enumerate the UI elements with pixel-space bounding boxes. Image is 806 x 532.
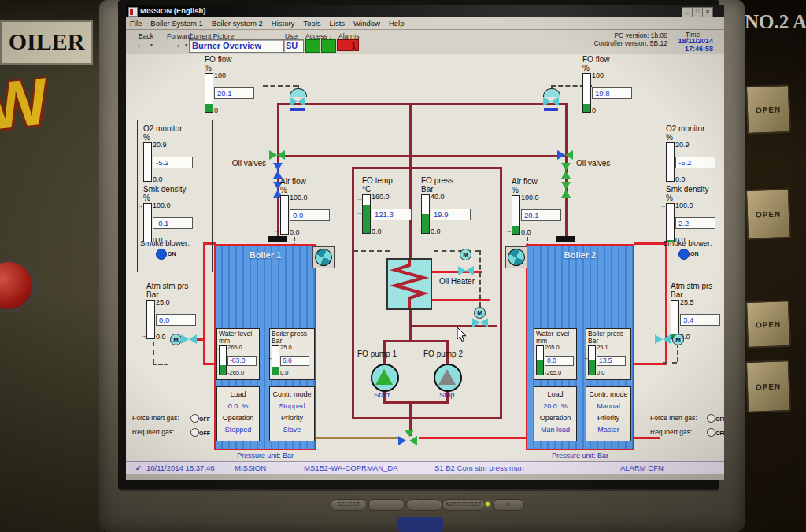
- menu-tools[interactable]: Tools: [303, 19, 320, 29]
- atm-dump-valve-left[interactable]: [181, 334, 197, 344]
- gauge-min: 0.0: [280, 369, 309, 377]
- force-inert-left-row: Force Inert gas:: [132, 414, 179, 422]
- gauge-value: 2.2: [675, 217, 715, 229]
- boiler1-mode-panel[interactable]: Contr. mode Stopped Priority Slave: [269, 386, 315, 441]
- boiler1-press-panel[interactable]: Boiler press Bar → 25.0 6.6 0.0: [269, 328, 315, 380]
- gauge-min: 0.0: [680, 333, 720, 341]
- menu-window[interactable]: Window: [353, 19, 380, 29]
- menu-boiler-system-2[interactable]: Boiler system 2: [212, 19, 263, 29]
- maximize-button[interactable]: □: [692, 7, 703, 17]
- status-check-icon: ✓: [135, 464, 142, 472]
- status-message: S1 B2 Com stm press man: [434, 464, 524, 472]
- recirc-valve-motor[interactable]: M: [474, 307, 486, 319]
- oil-valve-right-2[interactable]: [561, 182, 571, 198]
- recirc-motor-valve[interactable]: [472, 318, 488, 327]
- setpoint-arrow-icon: →: [660, 203, 666, 209]
- gauge-value: 6.6: [280, 356, 309, 366]
- valve-wing: [466, 266, 474, 275]
- load-unit: %: [242, 402, 248, 410]
- user-field[interactable]: SU: [283, 39, 304, 53]
- fo-pump1[interactable]: [371, 364, 399, 392]
- control-valve-left-actuator[interactable]: [290, 88, 307, 97]
- o2-monitor-left-gauge: O2 monitor % → 20.9 -5.2 0.0: [143, 124, 193, 183]
- boiler1-fan[interactable]: [312, 246, 335, 268]
- control-valve-right-actuator[interactable]: [543, 88, 560, 97]
- fo-pump1-state[interactable]: Start: [374, 390, 390, 399]
- force-inert-left-radio[interactable]: [190, 414, 199, 423]
- forward-button[interactable]: →: [170, 39, 182, 50]
- req-inert-right-radio[interactable]: [707, 428, 715, 437]
- monitor-power-button[interactable]: ⊙: [493, 499, 524, 511]
- menu-history[interactable]: History: [272, 19, 295, 29]
- gauge-min: 0.0: [675, 175, 715, 183]
- gauge-bar: [421, 194, 430, 234]
- boiler2-press-panel[interactable]: Boiler press Bar → 25.1 13.5 0.0: [586, 328, 631, 380]
- load-label: Load: [536, 389, 575, 401]
- req-inert-right-state: OFF: [715, 430, 724, 436]
- boiler2-water-level-panel[interactable]: Water level mm → → 265.0 0.0 -265.0: [534, 328, 577, 380]
- status-bar[interactable]: ✓ 10/11/2014 16:37:46 MISSION MS1B2-WA-C…: [126, 461, 724, 475]
- oil-valve-right-junction[interactable]: [557, 150, 573, 160]
- close-button[interactable]: ×: [702, 7, 713, 17]
- oil-valve-left-1[interactable]: [273, 163, 283, 179]
- gauge-value: 13.5: [597, 356, 626, 366]
- atm-dump-valve-left-motor[interactable]: M: [170, 334, 182, 345]
- gauge-max: 160.0: [372, 193, 412, 201]
- status-alarm[interactable]: ALARM CFN: [620, 464, 664, 472]
- req-inert-left-state: OFF: [199, 430, 210, 436]
- monitor-minus-button[interactable]: -: [368, 499, 405, 511]
- oil-heater[interactable]: [386, 258, 432, 310]
- gauge-value: 20.1: [521, 209, 561, 221]
- smoke-blower-right-indicator[interactable]: [678, 249, 690, 260]
- boiler2-mode-panel[interactable]: Contr. mode Manual Priority Master: [586, 386, 631, 441]
- operation-label: Operation: [536, 412, 575, 424]
- boiler1-water-level-panel[interactable]: Water level mm → → 265.0 -83.0 -265.0: [216, 328, 260, 380]
- oil-valve-right-1[interactable]: [561, 163, 571, 179]
- control-valve-left[interactable]: [290, 97, 305, 106]
- mouse-cursor: [457, 327, 467, 342]
- smoke-blower-right-state: ON: [690, 251, 699, 257]
- oil-valve-left-junction[interactable]: [269, 150, 285, 160]
- boiler2-fan[interactable]: [505, 246, 527, 268]
- monitor-select-button[interactable]: SELECT: [331, 499, 367, 511]
- atm-dump-valve-right-motor[interactable]: M: [672, 334, 684, 345]
- smoke-blower-left-indicator[interactable]: [156, 249, 167, 260]
- menu-help[interactable]: Help: [389, 19, 405, 29]
- gauge-bar: [280, 195, 289, 235]
- force-inert-right-radio[interactable]: [707, 414, 715, 423]
- monitor-plus-button[interactable]: +: [406, 499, 442, 511]
- atm-steam-left-gauge: Atm stm prs Bar → 25.0 0.0 0.0: [146, 282, 196, 341]
- control-valve-right[interactable]: [543, 97, 559, 106]
- operation-value: Man load: [536, 424, 575, 436]
- current-picture-field[interactable]: Burner Overview: [189, 39, 284, 53]
- boiler2-load-panel[interactable]: Load 20.0 % Operation Man load: [534, 386, 577, 441]
- boiler2-steam-stub-bottom: [634, 363, 667, 365]
- load-value: 20.0: [543, 402, 557, 410]
- fuel-changeover-valve[interactable]: [398, 430, 420, 447]
- heater-valve-motor[interactable]: M: [460, 249, 471, 260]
- alarm-count-badge[interactable]: 1: [337, 39, 359, 51]
- req-inert-left-radio[interactable]: [190, 428, 199, 437]
- back-dropdown-icon[interactable]: ▼: [150, 42, 153, 47]
- forward-dropdown-icon[interactable]: ▼: [184, 42, 188, 47]
- heater-motor-valve[interactable]: [458, 266, 474, 275]
- minimize-button[interactable]: _: [682, 7, 693, 17]
- control-valve-right-seat: [544, 108, 558, 111]
- gauge-max: 20.9: [675, 141, 715, 149]
- gauge-label: FO flow: [582, 55, 632, 64]
- atm-dump-valve-right[interactable]: [655, 334, 671, 344]
- heater-dash-left: [353, 250, 390, 252]
- menu-boiler-system-1[interactable]: Boiler System 1: [150, 19, 203, 29]
- fo-pump2-state[interactable]: Stop: [439, 390, 455, 399]
- gauge-max: 25.0: [156, 298, 196, 306]
- oil-valves-left-label: Oil valves: [217, 159, 266, 168]
- status-tag: MS1B2-WA-COPRMAN_DA: [304, 464, 397, 472]
- boiler1-load-panel[interactable]: Load 0.0 % Operation Stopped: [216, 386, 260, 441]
- menu-file[interactable]: File: [130, 19, 142, 29]
- monitor-auto-reset-button[interactable]: AUTO/RESET: [442, 499, 485, 511]
- gauge-bar: [512, 195, 520, 235]
- fo-pump2[interactable]: [434, 364, 462, 392]
- gauge-value: 0.0: [545, 356, 574, 366]
- menu-lists[interactable]: Lists: [330, 19, 346, 29]
- back-button[interactable]: ←: [135, 39, 147, 50]
